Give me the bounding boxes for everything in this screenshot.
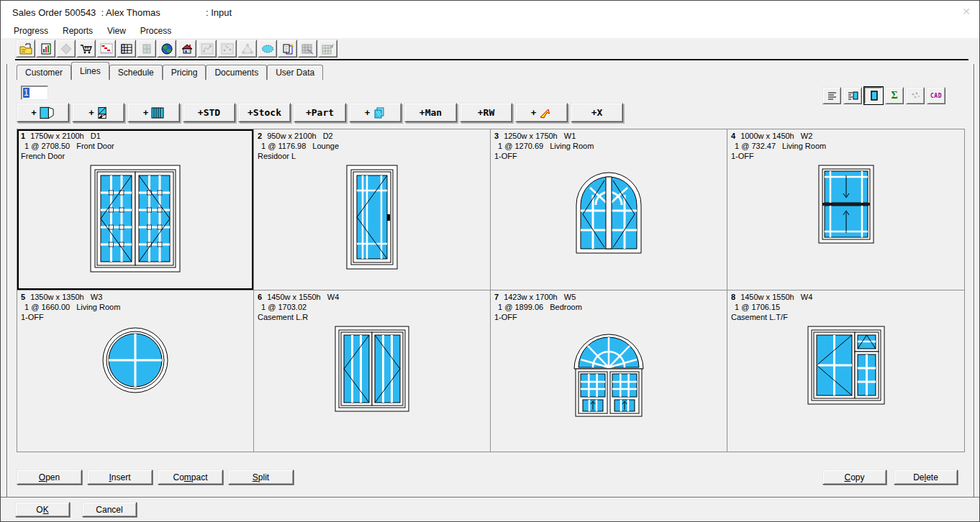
- view-lines-window-button[interactable]: [843, 87, 862, 104]
- line-item-1[interactable]: 11750w x 2100hD1 1 @ 2708.50Front Door F…: [17, 129, 254, 290]
- line-8-header: 81450w x 1550hW4: [727, 290, 964, 302]
- tab-strip: Customer Lines Schedule Pricing Document…: [17, 61, 323, 80]
- add-grid-button[interactable]: +: [127, 103, 180, 122]
- copy-button[interactable]: Copy: [822, 470, 886, 485]
- menu-process[interactable]: Process: [133, 24, 178, 38]
- line-3-desc: 1-OFF: [491, 151, 727, 161]
- line-actions-left: Open Insert Compact Split: [17, 470, 294, 485]
- chart-export-icon: [322, 43, 335, 55]
- line-item-6[interactable]: 61450w x 1550hW4 1 @ 1703.02 Casement L.…: [254, 290, 491, 452]
- dialog-footer: OK Cancel: [15, 502, 137, 517]
- panel-left-edge: [6, 64, 7, 497]
- menu-progress[interactable]: Progress: [6, 24, 55, 38]
- toolbar-button-open-order[interactable]: [16, 40, 35, 58]
- menu-bar: Progress Reports View Process: [1, 24, 979, 38]
- line-item-3[interactable]: 31250w x 1750hW1 1 @ 1270.69Living Room …: [491, 129, 727, 290]
- menu-view[interactable]: View: [100, 24, 133, 38]
- add-rw-button[interactable]: +RW: [460, 103, 512, 122]
- view-cad-button[interactable]: CAD: [927, 87, 945, 104]
- close-icon[interactable]: ✕: [962, 6, 971, 17]
- compact-button[interactable]: Compact: [158, 470, 223, 485]
- line-8-desc: Casement L.T/F: [727, 312, 964, 322]
- drawing-casement-ltf: [727, 322, 964, 452]
- line-item-2[interactable]: 2950w x 2100hD2 1 @ 1176.98Lounge Resido…: [254, 129, 491, 290]
- view-window-only-button[interactable]: [864, 87, 883, 104]
- add-man-button[interactable]: +Man: [404, 103, 457, 122]
- split-button[interactable]: Split: [228, 470, 294, 485]
- open-order-icon: [19, 43, 32, 55]
- tab-schedule[interactable]: Schedule: [109, 65, 163, 80]
- toolbar-button-grid-wand[interactable]: [298, 40, 317, 58]
- open-button[interactable]: Open: [17, 470, 82, 485]
- toolbar-button-color-chart[interactable]: [197, 40, 217, 58]
- add-arrow-button[interactable]: +: [515, 103, 568, 122]
- view-text-lines-button[interactable]: [822, 87, 841, 104]
- add-vent-button[interactable]: +: [72, 103, 124, 122]
- arrow-icon: [539, 106, 552, 119]
- window-pane-icon: [140, 43, 153, 55]
- toolbar-button-cart[interactable]: [76, 40, 96, 58]
- color-chart-icon: [201, 43, 214, 55]
- line-2-header: 2950w x 2100hD2: [254, 129, 490, 141]
- line-actions-right: Copy Delete: [822, 470, 958, 485]
- toolbar-divider: [15, 59, 968, 60]
- view-color-dots-button[interactable]: [906, 87, 925, 104]
- line-item-5[interactable]: 51350w x 1350hW3 1 @ 1660.00Living Room …: [17, 290, 254, 452]
- drawing-single-door: [254, 161, 490, 290]
- ok-button[interactable]: OK: [15, 502, 70, 517]
- sales-order-window: Sales Order 500543 : Alex Thomas : Input…: [0, 0, 980, 522]
- line-1-price: 1 @ 2708.50Front Door: [17, 141, 253, 151]
- toolbar-button-window-pane[interactable]: [137, 40, 156, 58]
- add-glass-button[interactable]: +: [349, 103, 401, 122]
- toolbar-button-network[interactable]: [237, 40, 257, 58]
- toolbar-button-diamond[interactable]: [56, 40, 76, 58]
- line-4-price: 1 @ 732.47Living Room: [727, 141, 964, 151]
- tab-lines[interactable]: Lines: [71, 62, 109, 80]
- line-item-8[interactable]: 81450w x 1550hW4 1 @ 1706.15 Casement L.…: [727, 290, 964, 452]
- line-1-header: 11750w x 2100hD1: [17, 129, 253, 141]
- line-item-7[interactable]: 71423w x 1700hW5 1 @ 1899.06Bedroom 1-OF…: [491, 290, 727, 452]
- line-number-input[interactable]: 1: [21, 86, 48, 100]
- toolbar-button-ellipse[interactable]: [258, 40, 277, 58]
- line-3-header: 31250w x 1750hW1: [491, 129, 727, 141]
- gantt-schedule-icon: [100, 43, 113, 55]
- cyan-ellipse-icon: [261, 43, 274, 55]
- line-7-price: 1 @ 1899.06Bedroom: [491, 302, 727, 312]
- line-2-price: 1 @ 1176.98Lounge: [254, 141, 490, 151]
- menu-reports[interactable]: Reports: [55, 24, 100, 38]
- add-window-button[interactable]: +: [17, 103, 69, 122]
- line-5-price: 1 @ 1660.00Living Room: [17, 302, 253, 312]
- tab-user-data[interactable]: User Data: [267, 65, 323, 80]
- toolbar-button-table[interactable]: [117, 40, 136, 58]
- tab-pricing[interactable]: Pricing: [163, 65, 207, 80]
- text-lines-icon: [826, 90, 838, 101]
- toolbar-button-chart-export[interactable]: [318, 40, 337, 58]
- line-8-price: 1 @ 1706.15: [727, 302, 964, 312]
- add-x-button[interactable]: +X: [571, 103, 623, 122]
- add-part-button[interactable]: +Part: [294, 103, 346, 122]
- toolbar-button-copy-notes[interactable]: [278, 40, 297, 58]
- add-glass-label: +: [365, 107, 371, 118]
- tab-customer[interactable]: Customer: [17, 65, 71, 80]
- tab-documents[interactable]: Documents: [206, 65, 267, 80]
- add-stock-button[interactable]: +Stock: [238, 103, 291, 122]
- delete-button[interactable]: Delete: [894, 470, 958, 485]
- toolbar-button-house[interactable]: [177, 40, 196, 58]
- report-chart-icon: [40, 43, 53, 55]
- cancel-button[interactable]: Cancel: [82, 502, 137, 517]
- drawing-vertical-slider: [727, 161, 964, 290]
- line-item-4[interactable]: 41000w x 1450hW2 1 @ 732.47Living Room 1…: [727, 129, 964, 290]
- toolbar-button-gantt[interactable]: [96, 40, 116, 58]
- insert-button[interactable]: Insert: [87, 470, 153, 485]
- drawing-casement-lr: [254, 322, 490, 452]
- toolbar-button-scatter[interactable]: [217, 40, 237, 58]
- line-7-header: 71423w x 1700hW5: [491, 290, 727, 302]
- lines-window-icon: [847, 90, 859, 101]
- line-7-desc: 1-OFF: [491, 312, 727, 322]
- line-6-header: 61450w x 1550hW4: [254, 290, 490, 302]
- toolbar-button-globe[interactable]: [157, 40, 176, 58]
- view-sum-button[interactable]: Σ: [885, 87, 904, 104]
- add-std-button[interactable]: +STD: [183, 103, 235, 122]
- line-4-desc: 1-OFF: [727, 151, 964, 161]
- toolbar-button-report-chart[interactable]: [36, 40, 55, 58]
